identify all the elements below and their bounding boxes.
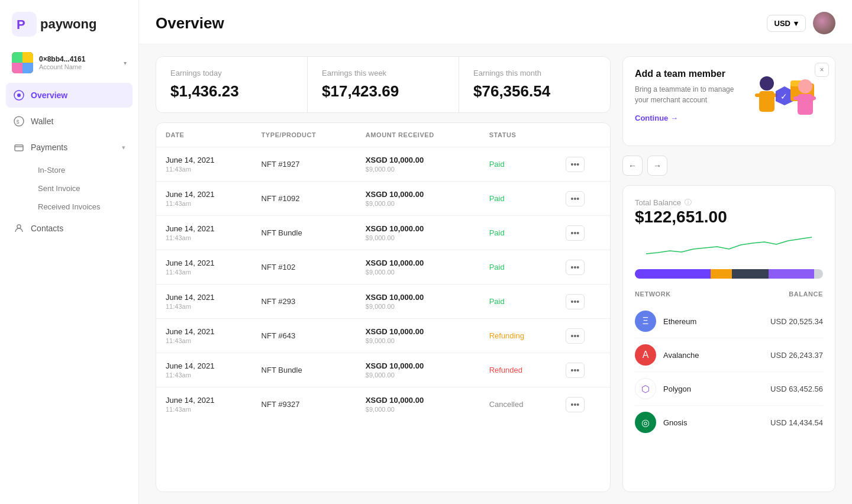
- svg-point-8: [17, 93, 21, 97]
- table-body: June 14, 2021 11:43am NFT #1927 XSGD 10,…: [156, 147, 610, 422]
- cell-date-3: June 14, 2021 11:43am: [156, 250, 252, 285]
- sidebar-item-overview-label: Overview: [31, 91, 67, 100]
- cell-status-6: Refunded: [480, 353, 556, 387]
- earnings-today-card: Earnings today $1,436.23: [156, 57, 308, 112]
- logo-text: paywong: [40, 17, 96, 32]
- cell-status-7: Cancelled: [480, 387, 556, 422]
- cell-status-2: Paid: [480, 216, 556, 250]
- cell-product-3: NFT #102: [252, 250, 356, 285]
- svg-text:P: P: [17, 17, 25, 32]
- promo-cta[interactable]: Continue →: [635, 114, 678, 122]
- cell-amount-0: XSGD 10,000.00 $9,000.00: [356, 147, 480, 182]
- cell-date-4: June 14, 2021 11:43am: [156, 285, 252, 319]
- row-more-button-5[interactable]: •••: [566, 328, 585, 344]
- col-type: TYPE/PRODUCT: [252, 123, 356, 147]
- table-header: DATE TYPE/PRODUCT AMOUNT RECEIVED STATUS: [156, 123, 610, 147]
- network-row-avalanche: A Avalanche USD 26,243.37: [635, 338, 823, 372]
- promo-card: Add a team member Bring a teammate in to…: [622, 56, 835, 146]
- col-actions: [556, 123, 610, 147]
- sidebar-item-in-store[interactable]: In-Store: [31, 161, 133, 179]
- table-row: June 14, 2021 11:43am NFT #102 XSGD 10,0…: [156, 250, 610, 285]
- left-panel: Earnings today $1,436.23 Earnings this w…: [156, 56, 611, 492]
- network-list: Ξ Ethereum USD 20,525.34 A Avalanche USD…: [635, 305, 823, 439]
- cell-amount-3: XSGD 10,000.00 $9,000.00: [356, 250, 480, 285]
- bar-segment-blue: [635, 269, 711, 279]
- cell-actions-5: •••: [556, 319, 610, 353]
- row-more-button-6[interactable]: •••: [566, 363, 585, 378]
- account-address: 0×8bb4...4161: [39, 55, 124, 63]
- ethereum-icon: Ξ: [635, 311, 656, 332]
- svg-rect-24: [793, 96, 801, 100]
- promo-image: ✓: [746, 69, 823, 134]
- balance-amount: $122,651.00: [635, 208, 823, 227]
- gnosis-name: Gnosis: [663, 418, 770, 427]
- cell-amount-7: XSGD 10,000.00 $9,000.00: [356, 387, 480, 422]
- main-content: Overview USD ▾ Earnings today $1,436.23 …: [139, 0, 852, 504]
- sidebar-item-received-invoices[interactable]: Received Invoices: [31, 198, 133, 216]
- cell-actions-0: •••: [556, 147, 610, 182]
- table-row: June 14, 2021 11:43am NFT Bundle XSGD 10…: [156, 353, 610, 387]
- sidebar-item-payments[interactable]: Payments ▾: [6, 135, 133, 160]
- account-name: Account Name: [39, 63, 124, 70]
- cell-date-1: June 14, 2021 11:43am: [156, 182, 252, 216]
- carousel-prev-button[interactable]: ←: [622, 156, 643, 176]
- cell-product-0: NFT #1927: [252, 147, 356, 182]
- sparkline-chart: [635, 236, 823, 260]
- sidebar-item-contacts[interactable]: Contacts: [6, 216, 133, 241]
- sidebar-item-wallet[interactable]: $ Wallet: [6, 109, 133, 134]
- earnings-month-label: Earnings this month: [473, 69, 596, 77]
- balance-sparkline: [635, 236, 823, 260]
- svg-rect-3: [12, 52, 22, 63]
- earnings-today-value: $1,436.23: [170, 82, 293, 101]
- sidebar-item-overview[interactable]: Overview: [6, 83, 133, 108]
- user-avatar[interactable]: [813, 12, 835, 34]
- bar-segment-gray: [814, 269, 823, 279]
- network-row-ethereum: Ξ Ethereum USD 20,525.34: [635, 305, 823, 338]
- row-more-button-3[interactable]: •••: [566, 260, 585, 275]
- polygon-name: Polygon: [663, 385, 770, 393]
- sidebar-item-sent-invoice[interactable]: Sent Invoice: [31, 179, 133, 198]
- payments-sub-nav: In-Store Sent Invoice Received Invoices: [6, 161, 133, 216]
- header-right: USD ▾: [767, 12, 835, 34]
- wallet-icon: $: [13, 115, 25, 127]
- transactions-table-container: DATE TYPE/PRODUCT AMOUNT RECEIVED STATUS…: [156, 122, 611, 492]
- svg-point-14: [760, 76, 774, 91]
- row-more-button-0[interactable]: •••: [566, 157, 585, 172]
- cell-date-2: June 14, 2021 11:43am: [156, 216, 252, 250]
- currency-selector[interactable]: USD ▾: [767, 15, 806, 32]
- carousel-next-button[interactable]: →: [647, 156, 667, 176]
- row-more-button-2[interactable]: •••: [566, 225, 585, 241]
- earnings-week-value: $17,423.69: [322, 82, 444, 101]
- account-selector[interactable]: 0×8bb4...4161 Account Name ▾: [0, 46, 138, 83]
- svg-rect-6: [12, 63, 22, 73]
- svg-text:✓: ✓: [780, 92, 788, 101]
- earnings-today-label: Earnings today: [170, 69, 293, 77]
- network-row-polygon: ⬡ Polygon USD 63,452.56: [635, 372, 823, 406]
- promo-close-button[interactable]: ×: [815, 63, 829, 77]
- balance-card: Total Balance ⓘ $122,651.00: [622, 185, 835, 492]
- bar-segment-dark: [732, 269, 769, 279]
- info-icon: ⓘ: [685, 198, 692, 208]
- row-more-button-4[interactable]: •••: [566, 294, 585, 309]
- table-row: June 14, 2021 11:43am NFT #1927 XSGD 10,…: [156, 147, 610, 182]
- gnosis-icon: ◎: [635, 412, 656, 433]
- balance-col-label: BALANCE: [789, 290, 823, 298]
- cell-product-7: NFT #9327: [252, 387, 356, 422]
- logo-icon: P: [12, 12, 37, 37]
- svg-text:$: $: [17, 119, 20, 125]
- table-row: June 14, 2021 11:43am NFT #1092 XSGD 10,…: [156, 182, 610, 216]
- row-more-button-1[interactable]: •••: [566, 191, 585, 206]
- avalanche-name: Avalanche: [663, 351, 770, 360]
- earnings-week-label: Earnings this week: [322, 69, 444, 77]
- cell-amount-6: XSGD 10,000.00 $9,000.00: [356, 353, 480, 387]
- currency-label: USD: [774, 19, 790, 28]
- bar-segment-yellow: [711, 269, 732, 279]
- balance-distribution-bar: [635, 269, 823, 279]
- row-more-button-7[interactable]: •••: [566, 397, 585, 412]
- cell-actions-7: •••: [556, 387, 610, 422]
- bar-segment-purple: [769, 269, 814, 279]
- network-col-label: NETWORK: [635, 290, 671, 298]
- promo-description: Bring a teammate in to manage your merch…: [635, 84, 739, 105]
- user-avatar-image: [813, 12, 835, 34]
- col-status: STATUS: [480, 123, 556, 147]
